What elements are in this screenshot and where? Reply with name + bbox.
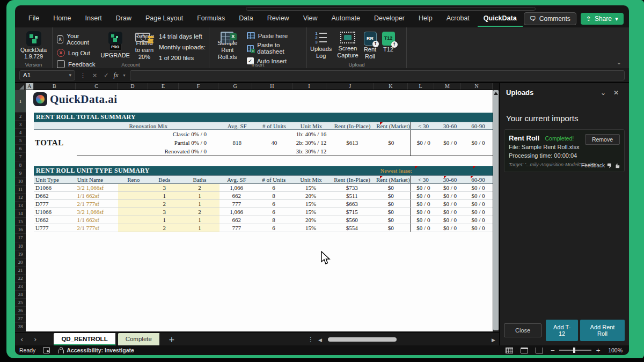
close-button[interactable]: Close [504,323,541,337]
cell[interactable] [254,130,294,138]
cell[interactable] [328,130,376,138]
cell[interactable]: 1b: 40% / 16 [294,130,328,138]
cell[interactable]: 3b: 30% / 12 [294,147,328,156]
cell[interactable]: $0 / 0 [436,200,464,208]
header-cell[interactable]: Avg. SF [220,122,254,129]
cell[interactable]: 1 [180,200,219,208]
vertical-scrollbar-thumb[interactable] [493,90,499,330]
cell[interactable]: $0 [376,138,410,147]
header-cell[interactable]: 60-90 [464,122,493,129]
row-header[interactable]: 19 [15,250,26,258]
total-label-cell[interactable]: TOTAL [35,130,78,156]
row-header[interactable]: 28 [15,323,26,331]
cell[interactable]: 1 [149,192,180,200]
row-header[interactable]: 8 [15,161,26,169]
cell[interactable]: U662 [34,216,76,224]
row-header[interactable]: 4 [15,129,26,137]
header-cell[interactable]: < 30 [410,176,436,183]
cell[interactable]: $511 [328,192,376,200]
column-header[interactable]: G [218,83,253,90]
remove-button[interactable]: Remove [585,134,620,145]
cell[interactable]: $0 [376,216,409,224]
column-header[interactable]: I [292,83,327,90]
header-cell[interactable]: # of Units [254,176,294,183]
row-header[interactable]: 25 [15,299,26,307]
cell[interactable]: D1066 [34,184,76,191]
cell[interactable] [436,130,464,138]
cell[interactable]: $0 / 0 [410,216,436,224]
more-options-icon[interactable]: ⋮ [78,72,87,79]
select-all-corner[interactable] [15,83,26,90]
horizontal-scrollbar[interactable]: ◀ ▶ [318,337,495,342]
row-header[interactable]: 11 [15,186,26,194]
cell[interactable] [118,224,149,232]
scroll-right-icon[interactable]: ▶ [492,337,495,343]
header-cell[interactable]: 60-90 [464,176,493,183]
cell[interactable]: 20% [294,192,328,200]
collapse-ribbon-icon[interactable]: ⌄ [617,59,621,66]
column-header[interactable]: F [179,83,218,90]
column-header[interactable]: B [34,83,76,90]
cell[interactable]: $733 [328,184,376,191]
cell[interactable]: 1 [180,216,219,224]
header-cell[interactable]: Unit Mix [294,122,328,129]
cell[interactable]: 777 [219,224,254,232]
cell[interactable]: 3/2 1,066sf [76,208,119,216]
cell[interactable] [220,130,254,138]
cell[interactable]: U777 [34,224,76,232]
cell[interactable]: 6 [254,208,294,216]
row-header[interactable]: 26 [15,307,26,315]
paste-to-datasheet-button[interactable]: x Paste to datasheet [247,42,303,55]
menu-tab[interactable]: View [297,11,324,27]
cell[interactable] [464,130,493,138]
cell[interactable] [118,216,149,224]
log-out-button[interactable]: × Log Out [56,48,97,57]
header-cell[interactable]: < 30 [410,122,436,129]
row-header[interactable]: 22 [15,275,26,283]
sample-rent-roll-button[interactable]: X Sample Rent Roll.xls [213,30,243,61]
row-header[interactable]: 1 [15,90,26,113]
t12-upload-button[interactable]: T12 ↑ T12 [382,30,395,61]
cell[interactable]: 40 [254,138,294,147]
insert-function-icon[interactable]: fx [113,71,118,79]
zoom-level[interactable]: 100% [608,347,623,353]
cell[interactable]: 15% [294,208,328,216]
horizontal-scrollbar-thumb[interactable] [328,337,397,342]
next-sheet-icon[interactable]: › [28,335,42,343]
scroll-up-icon[interactable] [494,92,498,95]
cell[interactable]: 2/1 777sf [76,224,119,232]
cell[interactable]: $0 / 0 [436,184,464,191]
column-header[interactable]: J [326,83,374,90]
row-header[interactable]: 9 [15,169,26,178]
cell[interactable]: 662 [219,192,254,200]
row-header[interactable]: 15 [15,218,26,226]
zoom-slider-knob[interactable] [573,348,575,353]
header-cell[interactable]: 30-60 [436,122,464,129]
cell[interactable] [328,147,376,156]
row-header[interactable]: 17 [15,234,26,242]
enter-icon[interactable]: ✓ [102,72,110,79]
cell[interactable]: $0 / 0 [464,184,493,191]
cell[interactable]: 2 [149,224,180,232]
cell[interactable]: 3 [149,208,180,216]
rent-roll-upload-button[interactable]: RR ↑ Rent Roll [364,30,377,61]
cell[interactable]: $0 [376,192,409,200]
comments-button[interactable]: 🗨 Comments [524,12,576,25]
cell[interactable]: $0 / 0 [464,138,493,147]
refer-friend-button[interactable]: Refer a Friend to earn 20% [134,30,155,61]
cell[interactable]: $554 [328,224,376,232]
row-header[interactable]: 16 [15,226,26,234]
cell[interactable]: 20% [294,216,328,224]
cell[interactable]: 1/1 662sf [76,192,119,200]
cell[interactable]: 6 [254,184,294,191]
page-break-view-icon[interactable] [536,348,543,353]
your-account-button[interactable]: ጰ Your Account [56,32,97,46]
menu-tab[interactable]: QuickData [478,11,523,27]
row-header[interactable]: 13 [15,202,26,210]
add-t12-button[interactable]: Add T-12 [546,320,578,341]
cell[interactable]: $0 / 0 [436,192,464,200]
cell[interactable]: 1 [180,192,219,200]
thumbs-down-icon[interactable] [607,163,612,168]
cell[interactable]: D777 [34,200,76,208]
cell[interactable]: 1 [180,224,219,232]
